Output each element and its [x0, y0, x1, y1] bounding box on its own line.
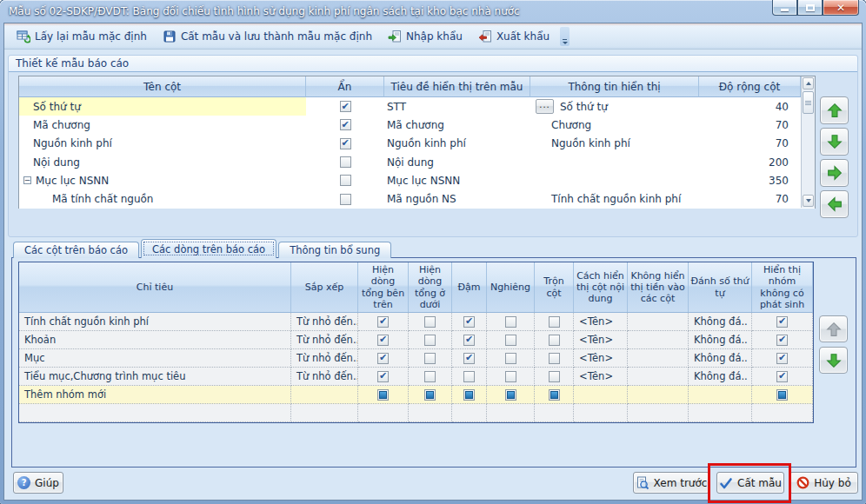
preview-button[interactable]: Xem trước [633, 472, 709, 494]
show-empty-groups-checkbox[interactable] [776, 389, 788, 401]
italic-checkbox[interactable] [505, 371, 516, 382]
display-info-cell: Số thứ tự [530, 97, 699, 116]
scrollbar-thumb[interactable] [803, 91, 814, 114]
show-total-below-checkbox[interactable] [424, 316, 436, 328]
reset-default-template-button[interactable]: Lấy lại mẫu mặc định [10, 27, 154, 46]
column-header-2[interactable]: Tiêu đề hiển thị trên mẫu [384, 76, 530, 97]
merge-columns-checkbox[interactable] [549, 335, 560, 346]
bold-checkbox[interactable] [463, 353, 475, 364]
info-picker-button[interactable] [536, 99, 554, 114]
tab-additional-info[interactable]: Thông tin bổ sung [278, 242, 391, 258]
rows-grid-column-header-numbering[interactable]: Đánh số thứ tự [689, 262, 752, 313]
rows-grid-column-header-italic[interactable]: Nghiêng [487, 262, 535, 313]
italic-checkbox[interactable] [505, 316, 516, 328]
collapse-expander-icon[interactable] [23, 176, 31, 184]
hidden-checkbox[interactable] [340, 101, 351, 112]
show-total-above-checkbox[interactable] [377, 353, 389, 364]
tab-report-rows[interactable]: Các dòng trên báo cáo [141, 239, 276, 258]
merge-columns-checkbox[interactable] [549, 371, 560, 382]
show-empty-groups-checkbox[interactable] [776, 371, 788, 382]
scroll-up-button[interactable] [803, 77, 814, 90]
rows-grid-column-header-sort[interactable]: Sắp xếp [291, 262, 358, 313]
save-as-default-template-button[interactable]: Cất mẫu và lưu thành mẫu mặc định [156, 27, 379, 46]
show-empty-groups-checkbox[interactable] [776, 335, 788, 346]
merge-columns-checkbox[interactable] [549, 353, 560, 364]
import-button[interactable]: Nhập khẩu [381, 27, 470, 46]
toolbar-overflow-button[interactable] [560, 27, 570, 46]
top-grid-row[interactable]: Mã tính chất nguồnMã nguồn NSTính chất n… [19, 189, 815, 208]
cell-text: Khoản [24, 334, 56, 346]
top-grid-row[interactable]: Số thứ tựSTTSố thứ tự40 [19, 97, 815, 116]
show-total-below-checkbox[interactable] [424, 353, 436, 364]
rows-grid-column-header-criteria[interactable]: Chỉ tiêu [19, 262, 291, 313]
hidden-checkbox[interactable] [340, 138, 351, 149]
show-total-below-checkbox[interactable] [424, 371, 436, 382]
rows-grid-column-header-content-column-display[interactable]: Cách hiển thị cột nội dung [574, 262, 628, 313]
cancel-button[interactable]: Hủy bỏ [789, 472, 858, 494]
bold-checkbox[interactable] [463, 335, 475, 346]
italic-checkbox[interactable] [505, 389, 516, 401]
column-header-0[interactable]: Tên cột [19, 76, 306, 97]
bold-checkbox[interactable] [463, 389, 475, 401]
move-up-button[interactable] [820, 96, 849, 124]
show-total-above-checkbox[interactable] [377, 335, 389, 346]
column-width-cell: 70 [699, 116, 801, 134]
merge-columns-checkbox[interactable] [549, 316, 560, 328]
rows-grid-column-header-hide-money-columns[interactable]: Không hiển thị tiền vào các cột [628, 262, 689, 313]
rows-grid-column-header-show-total-above[interactable]: Hiện dòng tổng bên trên [358, 262, 409, 313]
top-grid-row[interactable]: Mã chươngMã chươngChương70 [19, 116, 815, 134]
merge-columns-checkbox[interactable] [549, 389, 560, 401]
top-grid-row[interactable]: Nguồn kinh phíNguồn kinh phíNguồn kinh p… [19, 135, 815, 153]
rows-grid-row[interactable] [19, 404, 813, 422]
top-grid-row[interactable]: Nội dungNội dung200 [19, 153, 815, 171]
show-total-below-checkbox[interactable] [424, 335, 436, 346]
move-row-down-button[interactable] [819, 347, 848, 374]
move-row-up-button[interactable] [819, 315, 848, 342]
rows-grid-column-header-show-empty-groups[interactable]: Hiển thị nhóm không có phát sinh [752, 262, 813, 313]
show-empty-groups-checkbox[interactable] [776, 316, 788, 328]
display-title-text: Mã nguồn NS [387, 193, 456, 205]
rows-grid-column-header-bold[interactable]: Đậm [452, 262, 487, 313]
show-total-above-checkbox[interactable] [377, 389, 389, 401]
save-template-button[interactable]: Cất mẫu [716, 472, 784, 494]
italic-checkbox[interactable] [505, 335, 516, 346]
italic-checkbox[interactable] [505, 353, 516, 364]
top-grid-row[interactable]: Mục lục NSNNMục lục NSNN350 [19, 171, 815, 189]
scroll-down-button[interactable] [803, 195, 814, 207]
help-button[interactable]: Giúp [13, 472, 63, 494]
bold-checkbox[interactable] [463, 316, 475, 328]
rows-grid-row[interactable]: Tính chất nguồn kinh phíTừ nhỏ đến..<Tên… [19, 313, 813, 331]
minimize-button[interactable] [772, 0, 797, 16]
window-controls: ✕ [772, 0, 859, 16]
show-total-below-checkbox[interactable] [424, 389, 436, 401]
hidden-checkbox[interactable] [340, 156, 351, 168]
vertical-scrollbar[interactable] [801, 76, 815, 208]
export-button[interactable]: Xuất khẩu [471, 27, 556, 46]
hidden-cell [306, 189, 384, 208]
maximize-button[interactable] [797, 0, 823, 16]
rows-grid-row[interactable]: MụcTừ nhỏ đến..<Tên>Không đá.. [19, 349, 813, 368]
show-empty-groups-checkbox[interactable] [776, 353, 788, 364]
show-total-above-checkbox[interactable] [377, 316, 389, 328]
bold-checkbox[interactable] [463, 371, 475, 382]
rows-grid-row[interactable]: Thêm nhóm mới [19, 386, 813, 404]
rows-grid-row[interactable]: KhoảnTừ nhỏ đến..<Tên>Không đá.. [19, 331, 813, 349]
move-right-button[interactable] [820, 159, 849, 187]
hide-money-columns-cell [628, 404, 689, 422]
sort-cell: Từ nhỏ đến.. [291, 368, 358, 386]
show-total-above-checkbox[interactable] [377, 371, 389, 382]
rows-grid-column-header-show-total-below[interactable]: Hiện dòng tổng ở dưới [409, 262, 452, 313]
column-header-4[interactable]: Độ rộng cột [699, 76, 801, 97]
move-down-button[interactable] [820, 128, 849, 156]
hidden-checkbox[interactable] [340, 194, 351, 205]
move-left-button[interactable] [820, 190, 849, 218]
close-button[interactable]: ✕ [823, 0, 859, 16]
column-header-3[interactable]: Thông tin hiển thị [530, 76, 699, 97]
hidden-checkbox[interactable] [340, 175, 351, 186]
hidden-checkbox[interactable] [340, 119, 351, 130]
maximize-icon [806, 4, 815, 11]
rows-grid-row[interactable]: Tiểu mục,Chương trình mục tiêuTừ nhỏ đến… [19, 368, 813, 386]
column-header-1[interactable]: Ẩn [306, 76, 384, 97]
rows-grid-column-header-merge-columns[interactable]: Trộn cột [535, 262, 574, 313]
tab-report-columns[interactable]: Các cột trên báo cáo [13, 242, 139, 258]
